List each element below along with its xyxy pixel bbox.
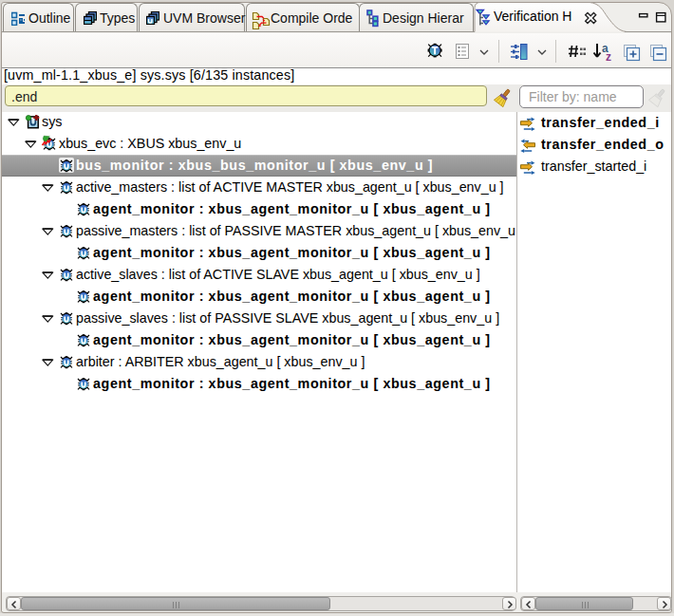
svg-text:z: z — [606, 50, 611, 63]
svg-text:Verification H: Verification H — [494, 9, 571, 24]
